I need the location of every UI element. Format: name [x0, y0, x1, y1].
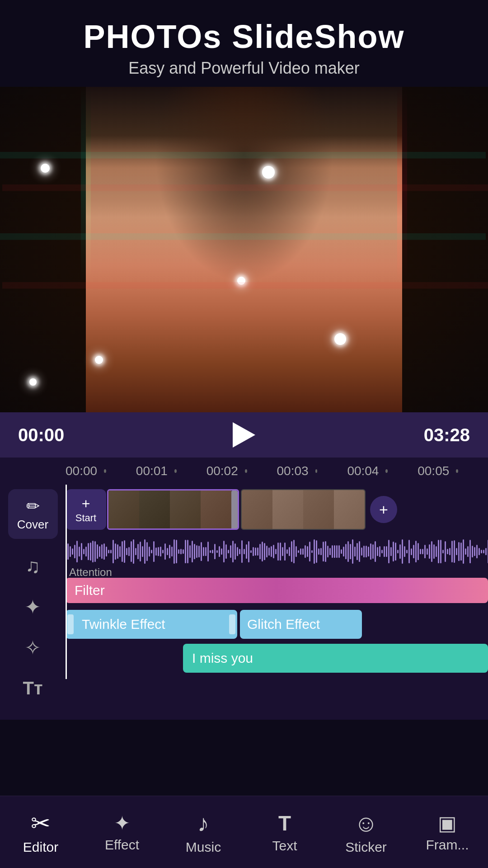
- waveform-bar: [153, 541, 155, 562]
- waveform-bar: [476, 545, 478, 558]
- nav-item-editor[interactable]: ✂ Editor: [0, 805, 81, 859]
- filter-label: Filter: [75, 583, 105, 598]
- waveform-bar: [361, 547, 362, 556]
- waveform-bar: [106, 547, 107, 557]
- waveform-bar: [472, 546, 473, 557]
- waveform-bar: [465, 548, 466, 554]
- waveform-bar: [158, 547, 159, 556]
- clip-thumb: [139, 491, 170, 530]
- waveform-bar: [250, 550, 252, 553]
- waveform-bar: [228, 550, 229, 554]
- waveform-bar: [411, 548, 412, 555]
- effect-handle-right[interactable]: [229, 614, 235, 634]
- waveform-bar: [178, 549, 179, 553]
- text-icon: Tт: [23, 678, 42, 698]
- waveform-bar: [144, 539, 145, 564]
- waveform-bar: [122, 541, 123, 562]
- waveform-bar: [469, 540, 471, 563]
- waveform-bar: [225, 544, 227, 559]
- ruler-mark-2: 00:02: [206, 464, 245, 478]
- waveform-display: [66, 538, 488, 565]
- waveform-bar: [135, 548, 136, 555]
- nav-item-frame[interactable]: ▣ Fram...: [407, 807, 488, 857]
- playhead: [66, 485, 67, 679]
- add-clip-button[interactable]: +: [370, 496, 397, 523]
- waveform-bar: [404, 546, 405, 557]
- timeline-area: 00:00 00:01 00:02 00:03 00:04 00:05 ✏ Co…: [0, 458, 488, 720]
- waveform-bar: [332, 545, 333, 558]
- filter-track[interactable]: Filter: [66, 578, 488, 605]
- clip-thumb: [272, 490, 303, 530]
- waveform-bar: [221, 548, 222, 555]
- waveform-bar: [67, 543, 69, 560]
- ruler-dot: [245, 469, 247, 473]
- waveform-bar: [302, 548, 304, 554]
- sparkle-tool-button[interactable]: ✧: [15, 629, 51, 665]
- waveform-bar: [131, 541, 132, 562]
- bottom-nav-spacer: [0, 720, 488, 792]
- waveform-bar: [418, 543, 419, 560]
- frame-label: Fram...: [426, 837, 469, 853]
- app-title: PHOTOs SlideShow: [9, 18, 479, 55]
- text-bar[interactable]: I miss you: [183, 644, 488, 673]
- app-header: PHOTOs SlideShow Easy and Powerful Video…: [0, 0, 488, 87]
- waveform-bar: [155, 547, 157, 555]
- waveform-bar: [142, 546, 143, 557]
- text-nav-icon: T: [278, 811, 291, 835]
- waveform-bar: [329, 548, 331, 555]
- glitch-effect-segment[interactable]: Glitch Effect: [240, 610, 362, 639]
- magic-tool-button[interactable]: ✦: [15, 589, 51, 625]
- waveform-bar: [117, 544, 118, 558]
- waveform-bar: [311, 550, 313, 552]
- music-nav-icon: ♪: [197, 810, 209, 837]
- glitch-effect-label: Glitch Effect: [247, 617, 320, 632]
- text-bar-label: I miss you: [192, 651, 253, 666]
- waveform-bar: [189, 545, 191, 558]
- filter-bar[interactable]: Filter: [66, 578, 488, 603]
- waveform-bar: [167, 548, 168, 555]
- waveform-bar: [164, 543, 166, 559]
- waveform-bar: [436, 546, 437, 557]
- waveform-bar: [316, 540, 317, 563]
- editor-label: Editor: [23, 840, 58, 855]
- waveform-bar: [327, 546, 328, 558]
- nav-item-music[interactable]: ♪ Music: [163, 805, 244, 859]
- waveform-bar: [97, 544, 98, 558]
- waveform-bar: [162, 550, 164, 553]
- waveform-bar: [194, 544, 195, 560]
- clip-handle-right[interactable]: [231, 491, 238, 530]
- waveform-bar: [300, 548, 301, 555]
- cover-label: Cover: [17, 518, 48, 532]
- text-tool-button[interactable]: Tт: [15, 670, 51, 706]
- clip-track[interactable]: + Start +: [66, 485, 488, 534]
- nav-item-sticker[interactable]: ☺ Sticker: [325, 805, 407, 859]
- music-tool-button[interactable]: ♫: [15, 548, 51, 584]
- text-track[interactable]: I miss you: [66, 644, 488, 675]
- waveform-bar: [160, 547, 161, 557]
- waveform-bar: [323, 542, 324, 561]
- effects-track[interactable]: Twinkle Effect Glitch Effect: [66, 609, 488, 640]
- waveform-bar: [368, 547, 369, 557]
- bottom-navigation: ✂ Editor ✦ Effect ♪ Music T Text ☺ Stick…: [0, 796, 488, 868]
- tracks-content[interactable]: + Start +: [66, 485, 488, 679]
- waveform-bar: [372, 544, 374, 559]
- waveform-bar: [201, 542, 202, 561]
- waveform-bar: [291, 541, 292, 562]
- waveform-bar: [460, 542, 462, 561]
- waveform-bar: [442, 550, 444, 553]
- nav-item-text[interactable]: T Text: [244, 807, 325, 858]
- effect-handle-left[interactable]: [67, 614, 74, 634]
- cover-button[interactable]: ✏ Cover: [8, 489, 58, 539]
- twinkle-effect-segment[interactable]: Twinkle Effect: [66, 610, 237, 639]
- audio-track[interactable]: Attention: [66, 538, 488, 574]
- nav-item-effect[interactable]: ✦ Effect: [81, 807, 163, 857]
- waveform-bar: [268, 547, 270, 556]
- play-button[interactable]: [228, 419, 260, 451]
- add-start-button[interactable]: + Start: [66, 489, 106, 530]
- clip-segment-1[interactable]: [107, 489, 239, 530]
- time-start: 00:00: [18, 425, 72, 445]
- waveform-bar: [370, 543, 371, 559]
- clip-segment-2[interactable]: [241, 489, 366, 530]
- waveform-bar: [386, 546, 387, 557]
- ruler-dot: [174, 469, 177, 473]
